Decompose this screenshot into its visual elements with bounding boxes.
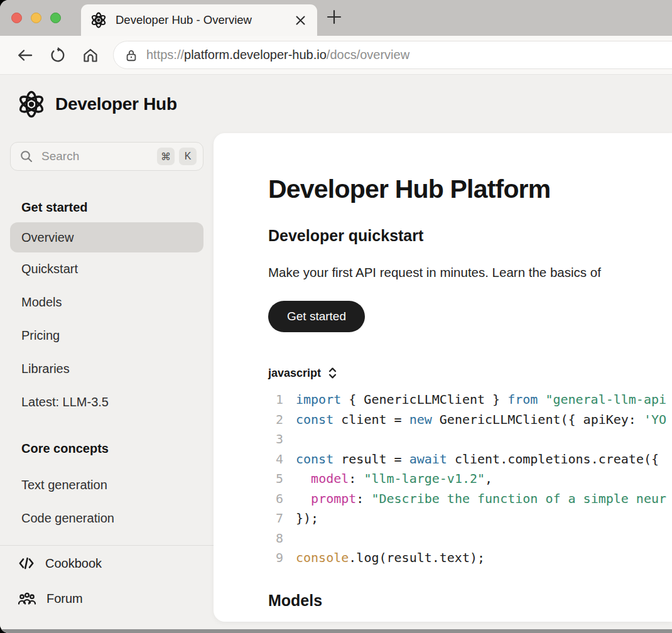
code-token: new (409, 412, 432, 427)
line-number: 5 (268, 469, 283, 489)
back-button[interactable] (9, 46, 41, 64)
footer-item-label: Forum (46, 592, 83, 606)
close-window-button[interactable] (11, 13, 22, 23)
code-token: : (356, 491, 371, 506)
cmd-key-badge: ⌘ (157, 148, 175, 165)
line-number: 4 (268, 450, 283, 470)
sidebar-item-quickstart[interactable]: Quickstart (10, 252, 203, 286)
code-token: client = (333, 412, 409, 427)
minimize-window-button[interactable] (31, 13, 41, 23)
url-path: /docs/overview (327, 48, 409, 62)
code-text: const client = new GenericLLMClient({ ap… (296, 410, 666, 430)
code-text: prompt: "Describe the function of a simp… (296, 489, 666, 509)
browser-tab[interactable]: Developer Hub - Overview (81, 4, 317, 36)
code-text: model: "llm-large-v1.2", (296, 469, 492, 489)
code-token (296, 471, 311, 486)
code-token: from (507, 392, 538, 407)
code-line: 8 (268, 529, 672, 549)
reload-icon (49, 46, 67, 64)
code-token: model (311, 471, 349, 486)
page-content: Developer Hub ⌘ K Get started Overview Q… (0, 75, 672, 633)
tab-strip: Developer Hub - Overview (0, 0, 672, 36)
url-domain: platform.developer-hub.io (184, 48, 327, 62)
up-down-chevron-icon (328, 367, 337, 379)
code-token: : (349, 471, 364, 486)
home-button[interactable] (74, 46, 107, 64)
home-icon (82, 46, 99, 64)
sidebar-item-label: Pricing (21, 328, 60, 343)
language-label: javascript (268, 367, 321, 380)
line-number: 2 (268, 410, 283, 430)
address-bar[interactable]: https://platform.developer-hub.io/docs/o… (113, 41, 672, 69)
page-title: Developer Hub Platform (268, 175, 672, 203)
brand-name: Developer Hub (55, 94, 177, 114)
back-arrow-icon (16, 46, 35, 64)
zoom-window-button[interactable] (50, 13, 61, 23)
quickstart-heading: Developer quickstart (268, 226, 672, 245)
sidebar-item-forum[interactable]: Forum (10, 581, 203, 616)
code-line: 9console.log(result.text); (268, 548, 672, 568)
code-line: 7}); (268, 509, 672, 529)
code-text: }); (296, 509, 318, 529)
url-text: https://platform.developer-hub.io/docs/o… (146, 48, 409, 62)
sidebar-item-models[interactable]: Models (10, 286, 203, 319)
new-tab-button[interactable] (325, 8, 343, 26)
close-tab-icon[interactable] (295, 15, 306, 26)
sidebar: Developer Hub ⌘ K Get started Overview Q… (0, 75, 214, 633)
section-heading-get-started: Get started (21, 200, 203, 215)
sidebar-item-text-generation[interactable]: Text generation (10, 468, 203, 502)
line-number: 3 (268, 430, 283, 450)
atom-favicon-icon (90, 11, 107, 29)
code-token: "Describe the function of a simple neur (371, 491, 666, 506)
nav-list-get-started: Overview Quickstart Models Pricing Libra… (10, 222, 203, 419)
line-number: 9 (268, 548, 283, 568)
footer-item-label: Cookbook (45, 556, 102, 571)
code-text: const result = await client.completions.… (296, 450, 659, 470)
code-token: .log(result.text); (349, 550, 485, 565)
models-heading: Models (268, 591, 672, 610)
search-box[interactable]: ⌘ K (10, 142, 203, 171)
sidebar-item-overview[interactable]: Overview (10, 222, 203, 252)
code-token: "general-llm-api (545, 392, 666, 407)
search-input[interactable] (40, 149, 116, 164)
code-token: client.completions.create({ (447, 452, 659, 467)
sidebar-item-libraries[interactable]: Libraries (10, 352, 203, 386)
line-number: 7 (268, 509, 283, 529)
line-number: 6 (268, 489, 283, 509)
browser-window: Developer Hub - Overview https://pl (0, 0, 672, 633)
code-token: console (296, 550, 349, 565)
sidebar-item-latest-llm[interactable]: Latest: LLM-3.5 (10, 386, 203, 419)
url-scheme: https:// (146, 48, 184, 62)
code-line: 4const result = await client.completions… (268, 450, 672, 470)
code-line: 1import { GenericLLMClient } from "gener… (268, 390, 672, 410)
sidebar-item-code-generation[interactable]: Code generation (10, 502, 203, 535)
code-lines: 1import { GenericLLMClient } from "gener… (268, 390, 672, 568)
k-key-badge: K (179, 148, 197, 165)
tab-title: Developer Hub - Overview (116, 13, 295, 27)
code-token: await (409, 452, 447, 467)
code-token: const (296, 412, 333, 427)
code-text (296, 529, 303, 549)
sidebar-item-label: Quickstart (21, 262, 78, 276)
sidebar-item-cookbook[interactable]: Cookbook (10, 546, 203, 581)
brand[interactable]: Developer Hub (16, 88, 203, 121)
intro-text: Make your first API request in minutes. … (268, 264, 672, 281)
language-selector[interactable]: javascript (268, 366, 672, 380)
code-token: import (296, 392, 341, 407)
line-number: 8 (268, 529, 283, 549)
sidebar-item-label: Overview (21, 230, 73, 245)
sidebar-item-pricing[interactable]: Pricing (10, 319, 203, 352)
sidebar-item-label: Libraries (21, 362, 70, 376)
main-content: Developer Hub Platform Developer quickst… (214, 133, 672, 622)
code-brackets-icon (18, 556, 35, 570)
code-token: GenericLLMClient({ apiKey: (432, 412, 644, 427)
get-started-button[interactable]: Get started (268, 301, 365, 332)
atom-logo-icon (16, 89, 46, 119)
code-line: 5 model: "llm-large-v1.2", (268, 469, 672, 489)
code-token: { GenericLLMClient } (341, 392, 507, 407)
code-line: 3 (268, 430, 672, 450)
reload-button[interactable] (41, 46, 74, 64)
code-text (296, 430, 303, 450)
code-token: 'YO (644, 412, 666, 427)
code-line: 6 prompt: "Describe the function of a si… (268, 489, 672, 509)
